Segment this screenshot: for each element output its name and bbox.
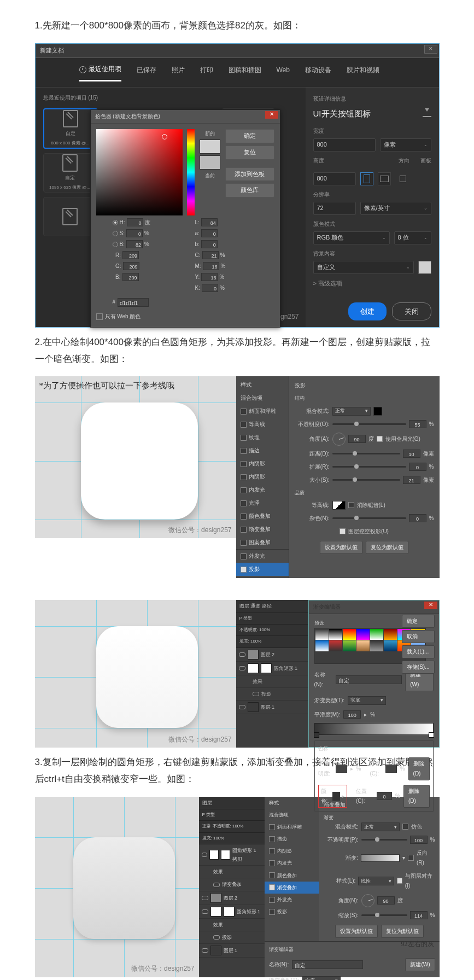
orientation-landscape[interactable] [378,172,391,185]
fx-item[interactable]: 外发光 [236,549,289,563]
y-input[interactable]: 16 [201,273,218,281]
doc-title[interactable]: UI开关按钮图标 [313,106,371,121]
position-input[interactable]: 0 [377,792,392,800]
global-light-checkbox[interactable] [377,436,383,442]
k-input[interactable]: 0 [202,284,218,292]
layer-panel-tabs[interactable]: 图层 通道 路径 [236,600,308,612]
fx-item[interactable]: 图案叠加 [236,536,289,549]
r-input[interactable]: 209 [122,251,139,259]
saturation-field[interactable] [96,129,183,215]
layer-row[interactable]: 圆角矩形 1 [236,662,308,675]
reset-default-button[interactable]: 复位为默认值 [366,541,408,554]
eye-icon[interactable] [202,853,207,857]
gradient-name-input[interactable]: 自定 [336,675,402,684]
bg-color-swatch[interactable] [418,261,431,274]
color-mode-select[interactable]: RGB 颜色⌄ [313,231,390,244]
save-button[interactable]: 存储(S)... [402,661,435,674]
gradient-stop[interactable] [429,732,434,738]
hex-input[interactable]: d1d1d1 [118,298,149,307]
layer-row[interactable]: 图层 1 [236,701,308,714]
layer-fx[interactable]: 效果 [236,675,308,688]
radio-s[interactable] [113,231,118,236]
angle-dial[interactable] [332,433,346,446]
angle-dial[interactable] [361,894,374,907]
close-icon[interactable]: ✕ [265,111,278,119]
contour-picker[interactable] [332,501,346,510]
eye-icon[interactable] [213,883,220,887]
m-input[interactable]: 16 [203,262,219,270]
tab-print[interactable]: 打印 [200,63,213,81]
eye-icon[interactable] [253,692,259,696]
bb-input[interactable]: 0 [201,240,218,248]
c-input[interactable]: 21 [202,251,219,259]
hue-slider[interactable] [187,129,195,215]
resolution-input[interactable]: 72 [313,202,356,215]
close-button[interactable]: 关闭 [392,302,431,320]
layer-row[interactable]: 图层 2 [236,648,308,662]
radio-b[interactable] [113,242,118,247]
fx-blend-options[interactable]: 混合选项 [236,392,289,405]
width-input[interactable]: 800 [313,138,376,151]
b-input[interactable]: 82 [126,240,143,248]
fx-item[interactable]: 光泽 [236,497,289,510]
noise-input[interactable]: 0 [409,514,426,522]
angle-input[interactable]: 90 [377,896,395,905]
l-input[interactable]: 84 [201,218,218,226]
save-preset-icon[interactable] [423,109,431,117]
load-button[interactable]: 载入(L)... [402,645,435,658]
make-default-button[interactable]: 设置为默认值 [335,925,378,938]
blend-mode-select[interactable]: 正常▾ [361,822,400,831]
fx-item[interactable]: 斜面和浮雕 [236,405,289,418]
blend-mode-select[interactable]: 正常▾ [332,407,371,416]
new-button[interactable]: 新建(W) [405,958,435,971]
add-swatch-button[interactable]: 添加到色板 [225,167,274,182]
layer-fx[interactable]: 效果 [199,866,265,878]
fx-item[interactable]: 内发光 [236,483,289,497]
tab-mobile[interactable]: 移动设备 [305,63,331,81]
shadow-color-swatch[interactable] [373,407,382,416]
bg-select[interactable]: 自定义⌄ [313,261,414,274]
web-only-checkbox[interactable] [96,313,103,320]
eye-icon[interactable] [202,896,208,900]
eye-icon[interactable] [213,935,220,940]
resolution-unit-select[interactable]: 像素/英寸⌄ [360,202,431,215]
preset-custom-1[interactable]: 自定 800 x 800 像素 @... [43,108,98,149]
delete-button[interactable]: 删除(D) [408,757,430,780]
style-select[interactable]: 线性▾ [358,877,394,885]
stop-color-swatch[interactable] [332,792,340,801]
gradient-type-select[interactable]: 实底▾ [302,976,341,980]
fx-item[interactable]: 描边 [236,444,289,457]
a-input[interactable]: 0 [201,229,218,237]
knockout-checkbox[interactable] [340,528,346,534]
antialias-checkbox[interactable] [348,502,354,508]
opacity-input[interactable]: 100 [410,836,428,844]
layer-row[interactable]: 图层 1 [199,944,265,958]
cancel-button[interactable]: 取消 [402,630,435,643]
eye-icon[interactable] [239,666,245,670]
distance-input[interactable]: 10 [403,450,420,458]
tab-recent[interactable]: 最近使用项 [79,63,121,81]
tab-web[interactable]: Web [277,63,290,81]
gradient-type-select[interactable]: 实底▾ [348,696,386,705]
preset-custom-2[interactable]: 自定 1086 x 635 像素 @... [43,153,97,192]
noise-slider[interactable] [332,517,406,519]
cancel-button[interactable]: 复位 [225,145,274,160]
bv-input[interactable]: 209 [122,273,139,281]
align-checkbox[interactable] [397,878,402,884]
delete-button[interactable]: 删除(D) [403,785,430,808]
color-lib-button[interactable]: 颜色库 [225,183,274,197]
size-input[interactable]: 21 [403,476,420,484]
reverse-checkbox[interactable] [408,855,414,861]
preset-custom-3[interactable] [43,197,97,236]
layer-row[interactable]: 圆角矩形 1 拷贝 [199,844,265,866]
layer-fx[interactable]: 投影 [236,688,308,701]
fx-drop-shadow[interactable]: 投影 [236,563,289,576]
opacity-slider[interactable] [332,423,406,425]
opacity-input[interactable]: 55 [409,420,426,428]
fx-item[interactable]: 内阴影 [236,470,289,483]
gradient-name-input[interactable]: 自定 [292,960,363,969]
s-input[interactable]: 0 [126,229,143,237]
fx-item[interactable]: 颜色叠加 [236,510,289,523]
smoothness-input[interactable]: 100 [343,710,361,719]
size-slider[interactable] [332,479,400,481]
